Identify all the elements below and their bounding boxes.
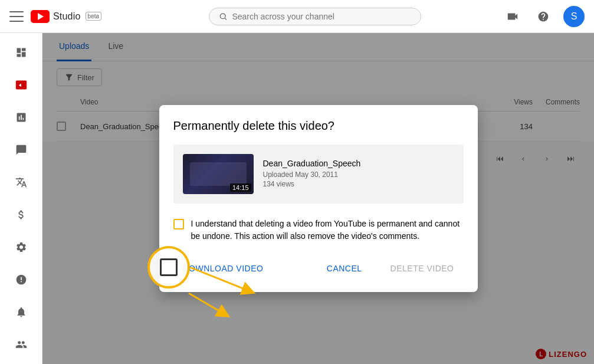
checkbox-highlight-circle bbox=[147, 246, 190, 288]
sidebar-item-settings[interactable] bbox=[2, 232, 40, 262]
sidebar-item-monetization[interactable] bbox=[2, 200, 40, 230]
beta-badge: beta bbox=[86, 12, 101, 21]
sidebar-item-translations[interactable] bbox=[2, 168, 40, 198]
navbar-center bbox=[127, 8, 502, 25]
video-duration: 14:15 bbox=[230, 183, 251, 192]
understand-text: I understand that deleting a video from … bbox=[191, 218, 464, 242]
understand-checkbox[interactable] bbox=[173, 219, 184, 229]
sidebar-item-analytics[interactable] bbox=[2, 103, 40, 133]
youtube-logo-icon bbox=[31, 10, 50, 23]
sidebar-item-people[interactable] bbox=[2, 329, 40, 359]
sidebar bbox=[0, 33, 42, 364]
cancel-button[interactable]: CANCEL bbox=[317, 259, 372, 278]
modal-overlay: Permanently delete this video? 14:15 Dea… bbox=[42, 33, 594, 364]
dialog-right-actions: CANCEL DELETE VIDEO bbox=[317, 259, 464, 278]
avatar[interactable]: S bbox=[563, 6, 585, 27]
sidebar-item-notifications[interactable] bbox=[2, 297, 40, 327]
delete-video-dialog: Permanently delete this video? 14:15 Dea… bbox=[159, 105, 478, 292]
delete-video-button[interactable]: DELETE VIDEO bbox=[381, 259, 464, 278]
video-info-uploaded: Uploaded May 30, 2011 bbox=[263, 170, 361, 179]
sidebar-item-dashboard[interactable] bbox=[2, 38, 40, 68]
help-button[interactable] bbox=[533, 6, 554, 27]
video-info-title: Dean_Graduation_Speech bbox=[263, 159, 361, 168]
search-icon bbox=[219, 12, 228, 21]
video-thumbnail: 14:15 bbox=[183, 154, 254, 194]
sidebar-item-alerts[interactable] bbox=[2, 264, 40, 294]
logo-area: Studiobeta bbox=[31, 10, 101, 23]
svg-line-1 bbox=[225, 18, 227, 19]
sidebar-item-videos[interactable] bbox=[2, 70, 40, 100]
navbar-left: Studiobeta bbox=[9, 9, 127, 24]
sidebar-item-comments[interactable] bbox=[2, 135, 40, 165]
create-video-button[interactable] bbox=[502, 6, 523, 27]
svg-point-0 bbox=[220, 14, 225, 19]
svg-line-3 bbox=[190, 267, 249, 291]
hamburger-menu-icon[interactable] bbox=[9, 9, 24, 24]
thumb-stage-decoration bbox=[190, 162, 247, 186]
search-input[interactable] bbox=[232, 12, 411, 21]
video-info-views: 134 views bbox=[263, 180, 361, 188]
main-layout: Uploads Live Filter Video Views Comments bbox=[0, 33, 594, 364]
navbar-right: S bbox=[502, 6, 585, 27]
video-info: Dean_Graduation_Speech Uploaded May 30, … bbox=[263, 159, 361, 189]
navbar: Studiobeta S bbox=[0, 0, 594, 33]
dialog-title: Permanently delete this video? bbox=[173, 119, 464, 133]
search-bar[interactable] bbox=[209, 8, 421, 25]
understand-checkbox-row: I understand that deleting a video from … bbox=[173, 218, 464, 242]
video-preview-card: 14:15 Dean_Graduation_Speech Uploaded Ma… bbox=[173, 145, 464, 204]
highlight-checkbox-icon bbox=[160, 258, 178, 276]
content-area: Uploads Live Filter Video Views Comments bbox=[42, 33, 594, 364]
annotation-arrow-svg bbox=[190, 267, 273, 303]
studio-text: Studio bbox=[53, 11, 81, 22]
